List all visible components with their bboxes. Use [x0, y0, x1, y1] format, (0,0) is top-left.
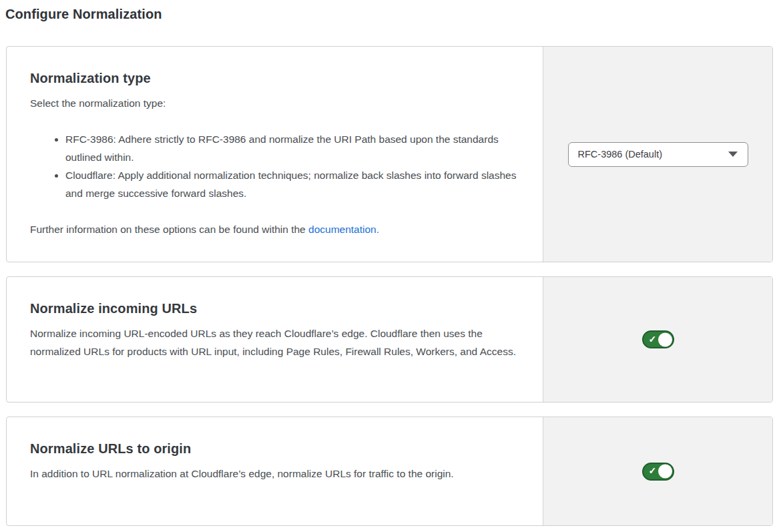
- page-title: Configure Normalization: [5, 7, 773, 22]
- normalization-type-title: Normalization type: [30, 71, 523, 86]
- normalize-incoming-urls-description: Normalize incoming URL-encoded URLs as t…: [30, 324, 523, 360]
- normalization-type-footer: Further information on these options can…: [30, 220, 523, 238]
- normalization-type-options-list: RFC-3986: Adhere strictly to RFC-3986 an…: [30, 130, 523, 202]
- normalization-type-control-panel: RFC-3986 (Default): [543, 47, 772, 262]
- check-icon: ✓: [649, 466, 657, 475]
- footer-text-after: .: [376, 224, 379, 235]
- normalize-incoming-urls-control-panel: ✓: [543, 277, 772, 402]
- footer-text-before: Further information on these options can…: [30, 224, 308, 235]
- list-item-cloudflare: Cloudflare: Apply additional normalizati…: [65, 166, 523, 202]
- normalize-incoming-urls-toggle[interactable]: ✓: [642, 330, 674, 348]
- selected-option-label: RFC-3986 (Default): [578, 149, 663, 160]
- normalize-incoming-urls-content: Normalize incoming URLs Normalize incomi…: [7, 277, 543, 402]
- normalize-urls-to-origin-title: Normalize URLs to origin: [30, 441, 523, 457]
- normalization-type-intro: Select the normalization type:: [30, 94, 523, 112]
- documentation-link[interactable]: documentation: [308, 224, 376, 235]
- normalize-incoming-urls-title: Normalize incoming URLs: [30, 301, 523, 316]
- list-item-rfc-3986: RFC-3986: Adhere strictly to RFC-3986 an…: [65, 130, 523, 166]
- toggle-knob: [658, 465, 672, 479]
- normalize-urls-to-origin-toggle[interactable]: ✓: [642, 463, 674, 481]
- normalize-incoming-urls-card: Normalize incoming URLs Normalize incomi…: [6, 276, 773, 403]
- normalization-type-content: Normalization type Select the normalizat…: [7, 47, 543, 262]
- normalization-type-card: Normalization type Select the normalizat…: [6, 46, 773, 262]
- chevron-down-icon: [728, 152, 738, 157]
- normalize-urls-to-origin-control-panel: ✓: [543, 417, 772, 525]
- configure-normalization-page: Configure Normalization Normalization ty…: [0, 0, 779, 532]
- normalization-type-select[interactable]: RFC-3986 (Default): [568, 142, 748, 167]
- normalize-urls-to-origin-description: In addition to URL normalization at Clou…: [30, 465, 523, 483]
- normalize-urls-to-origin-card: Normalize URLs to origin In addition to …: [6, 417, 773, 526]
- check-icon: ✓: [649, 334, 657, 344]
- toggle-knob: [658, 332, 672, 346]
- normalize-urls-to-origin-content: Normalize URLs to origin In addition to …: [7, 417, 543, 525]
